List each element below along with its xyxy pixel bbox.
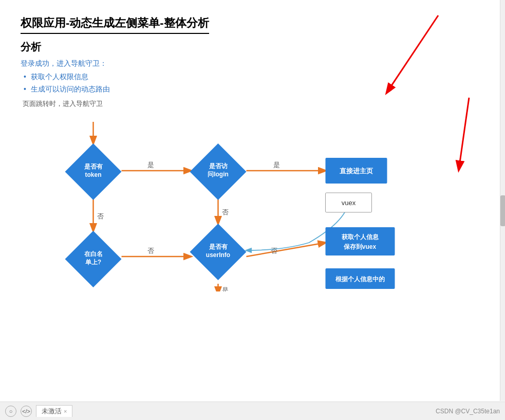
svg-text:是: 是: [147, 161, 154, 169]
svg-text:否: 否: [97, 212, 104, 220]
scrollbar-thumb[interactable]: [500, 195, 505, 226]
tab-item[interactable]: 未激活 ×: [36, 405, 72, 417]
svg-text:问login: 问login: [208, 171, 229, 178]
svg-text:是否有: 是否有: [84, 163, 103, 170]
bullet-item-1: 获取个人权限信息: [31, 72, 484, 82]
svg-text:根据个人信息中的: 根据个人信息中的: [335, 276, 385, 283]
main-content: 权限应用-动态生成左侧菜单-整体分析 分析 登录成功，进入导航守卫： 获取个人权…: [0, 0, 505, 401]
svg-text:userInfo: userInfo: [206, 251, 230, 259]
circle-icon[interactable]: ○: [5, 406, 16, 417]
scrollbar-track[interactable]: [500, 0, 505, 401]
svg-line-13: [247, 243, 326, 257]
code-icon[interactable]: </>: [21, 406, 32, 417]
bottom-right-text: CSDN @CV_C35te1an: [436, 408, 500, 415]
bullet-item-2: 生成可以访问的动态路由: [31, 85, 484, 94]
intro-text: 登录成功，进入导航守卫：: [21, 59, 484, 68]
svg-text:直接进主页: 直接进主页: [340, 167, 373, 175]
footer-note: 页面跳转时，进入导航守卫: [23, 99, 484, 108]
svg-text:token: token: [85, 171, 101, 178]
tab-label: 未激活: [42, 407, 62, 416]
page-title: 权限应用-动态生成左侧菜单-整体分析: [21, 15, 209, 34]
svg-text:否: 否: [147, 247, 154, 254]
svg-text:是: 是: [222, 286, 229, 291]
flowchart-svg: 是 否 是 否 否 否 是 是否有 token: [21, 117, 484, 291]
svg-text:获取个人信息: 获取个人信息: [342, 233, 379, 241]
bottom-left: ○ </> 未激活 ×: [5, 405, 72, 417]
svg-text:保存到vuex: 保存到vuex: [343, 243, 377, 250]
svg-text:是: 是: [273, 161, 280, 169]
bottom-bar: ○ </> 未激活 × CSDN @CV_C35te1an: [0, 401, 505, 420]
svg-text:是否有: 是否有: [209, 243, 228, 250]
svg-text:vuex: vuex: [342, 199, 356, 207]
tab-close[interactable]: ×: [64, 408, 67, 414]
svg-rect-33: [326, 227, 395, 255]
flowchart-area: 是 否 是 否 否 否 是 是否有 token: [21, 117, 484, 291]
svg-text:否: 否: [271, 247, 277, 254]
section-title: 分析: [21, 40, 484, 54]
svg-text:单上?: 单上?: [85, 259, 101, 266]
svg-text:否: 否: [222, 208, 229, 216]
bullet-list: 获取个人权限信息 生成可以访问的动态路由: [31, 72, 484, 94]
svg-text:在白名: 在白名: [84, 250, 103, 258]
svg-text:是否访: 是否访: [209, 162, 228, 170]
